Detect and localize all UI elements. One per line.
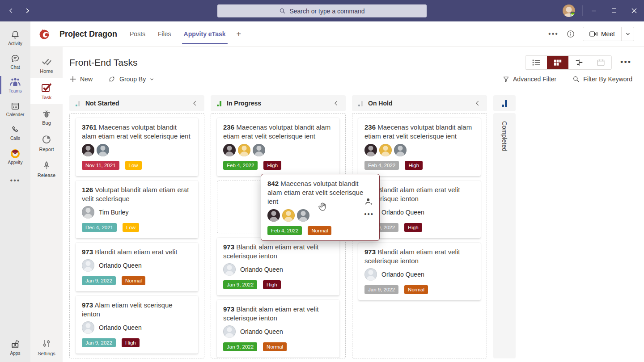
- chevron-left-icon: [475, 100, 481, 106]
- assignee-row: Orlando Queen: [364, 268, 475, 281]
- task-card[interactable]: 973 Blandit alam etiam erat velit sceler…: [217, 238, 339, 295]
- forward-button[interactable]: [22, 6, 32, 16]
- task-title: 973 Blandit alam etiam erat velit: [82, 248, 192, 257]
- meet-button[interactable]: Meet: [583, 27, 621, 41]
- column-status-icon: [217, 101, 221, 106]
- dragged-task-card[interactable]: 842 Maecenas volutpat blandit alam etiam…: [261, 174, 380, 241]
- column-body[interactable]: 3761 Maecenas volutpat blandit alam etia…: [69, 113, 204, 358]
- due-date-badge: Jan 9, 2022: [82, 276, 116, 285]
- task-card[interactable]: 973 Blandit alam etiam erat velit sceler…: [217, 300, 339, 358]
- module-item-home[interactable]: Home: [30, 52, 63, 78]
- task-card[interactable]: 3761 Maecenas volutpat blandit alam etia…: [76, 118, 198, 176]
- advanced-filter-button[interactable]: Advanced Filter: [503, 76, 556, 83]
- avatar: [82, 206, 94, 219]
- ellipsis-icon: •••: [620, 58, 631, 67]
- chevron-left-icon: [192, 100, 198, 106]
- column-status-icon: [502, 100, 507, 107]
- collapsed-column-strip[interactable]: Completed: [493, 113, 516, 358]
- sidebar-item-apps[interactable]: Apps: [0, 336, 30, 359]
- meet-options-button[interactable]: [621, 27, 634, 41]
- module-item-settings[interactable]: Settings: [30, 334, 63, 360]
- team-header: Project Dragon Posts Files Appvity eTask…: [30, 21, 644, 47]
- avatar: [223, 263, 236, 276]
- phone-icon: [10, 125, 20, 135]
- task-card[interactable]: 236 Maecenas volutpat blandit alam etiam…: [358, 118, 481, 176]
- avatar: [82, 259, 94, 272]
- apps-grid-icon: [10, 340, 20, 349]
- kanban-board: Not Started 3761 Maecenas volutpat bland…: [63, 94, 644, 362]
- tab-posts[interactable]: Posts: [130, 21, 145, 46]
- board-more-button[interactable]: •••: [620, 58, 631, 67]
- tab-files[interactable]: Files: [158, 21, 171, 46]
- task-title: 126 Volutpat blandit alam etiam erat vel…: [82, 185, 192, 203]
- collapse-column-button[interactable]: [475, 100, 481, 106]
- tab-appvity-etask[interactable]: Appvity eTask: [184, 21, 226, 46]
- maximize-button[interactable]: [604, 0, 624, 21]
- command-search-input[interactable]: Search or type a command: [217, 4, 427, 17]
- sidebar-item-calendar[interactable]: Calender: [0, 97, 30, 121]
- bug-icon: [41, 109, 52, 118]
- collapse-column-button[interactable]: [192, 100, 198, 106]
- user-avatar[interactable]: [563, 4, 575, 17]
- due-date-badge: Jan 9, 2022: [364, 285, 398, 294]
- back-button[interactable]: [6, 6, 16, 16]
- sidebar-item-calls[interactable]: Calls: [0, 121, 30, 144]
- rocket-icon: [41, 160, 52, 171]
- due-date-badge: Feb 4, 2022: [267, 226, 302, 235]
- assignee-avatars: [82, 144, 192, 156]
- board-view-button[interactable]: [547, 56, 568, 69]
- module-item-report[interactable]: Report: [30, 130, 63, 156]
- sidebar-item-appvity[interactable]: Appvity: [0, 144, 30, 168]
- close-icon: [631, 8, 637, 13]
- assignee-name: Orlando Queen: [240, 328, 283, 335]
- task-card[interactable]: 973 Blandit alam etiam erat velit Orland…: [76, 243, 198, 291]
- task-card[interactable]: 236 Maecenas volutpat blandit alam etiam…: [217, 118, 339, 176]
- due-date-badge: Nov 11, 2021: [82, 161, 119, 170]
- module-item-release[interactable]: Release: [30, 156, 63, 182]
- task-card[interactable]: 126 Volutpat blandit alam etiam erat vel…: [76, 181, 198, 238]
- double-check-icon: [41, 57, 52, 67]
- assignee-row: Orlando Queen: [82, 259, 192, 272]
- timeline-view-icon: [575, 59, 584, 67]
- channel-info-button[interactable]: [567, 30, 575, 38]
- keyword-filter-input[interactable]: Filter By Keyword: [572, 76, 632, 83]
- sidebar-item-chat[interactable]: Chat: [0, 50, 30, 73]
- group-by-dropdown[interactable]: Group By: [108, 75, 154, 83]
- sidebar-item-activity[interactable]: Activity: [0, 26, 30, 50]
- chevron-down-icon: [149, 77, 154, 82]
- task-card[interactable]: 973 Alam etiam velit scerisque ienton Or…: [76, 296, 198, 354]
- module-item-bug[interactable]: Bug: [30, 104, 63, 130]
- task-card[interactable]: 973 Blandit alam etiam erat velit sceler…: [358, 243, 481, 300]
- task-title: 3761 Maecenas volutpat blandit alam etia…: [82, 123, 192, 141]
- more-apps-button[interactable]: •••: [0, 174, 30, 187]
- minimize-button[interactable]: [584, 0, 604, 21]
- bell-icon: [10, 30, 20, 40]
- due-date-badge: Jan 9, 2022: [82, 338, 116, 347]
- assignee-row: Orlando Queen: [223, 325, 333, 338]
- collapse-column-button[interactable]: [333, 100, 339, 106]
- new-task-button[interactable]: New: [69, 76, 93, 83]
- close-button[interactable]: [624, 0, 644, 21]
- channel-more-button[interactable]: •••: [548, 30, 559, 38]
- add-tab-button[interactable]: +: [237, 29, 242, 39]
- sidebar-item-teams[interactable]: Teams: [0, 73, 30, 97]
- search-icon: [572, 76, 580, 83]
- avatar: [297, 209, 309, 222]
- chevron-down-icon: [625, 31, 631, 37]
- assignee-row: Orlando Queen: [223, 263, 333, 276]
- app-rail: Activity Chat Teams Calender Calls Appvi…: [0, 21, 30, 362]
- maximize-icon: [612, 8, 616, 13]
- calendar-view-button[interactable]: [590, 56, 611, 69]
- avatar: [282, 209, 295, 222]
- add-assignee-icon[interactable]: [364, 198, 373, 206]
- filter-funnel-icon: [503, 76, 509, 83]
- appvity-logo: [10, 148, 21, 159]
- card-more-button[interactable]: •••: [364, 212, 374, 216]
- list-view-button[interactable]: [525, 56, 547, 69]
- search-placeholder: Search or type a command: [289, 8, 364, 15]
- column-header: On Hold: [352, 95, 487, 111]
- column-header[interactable]: [493, 95, 516, 111]
- module-item-task[interactable]: Task: [30, 78, 63, 104]
- chat-icon: [10, 54, 20, 63]
- timeline-view-button[interactable]: [568, 56, 590, 69]
